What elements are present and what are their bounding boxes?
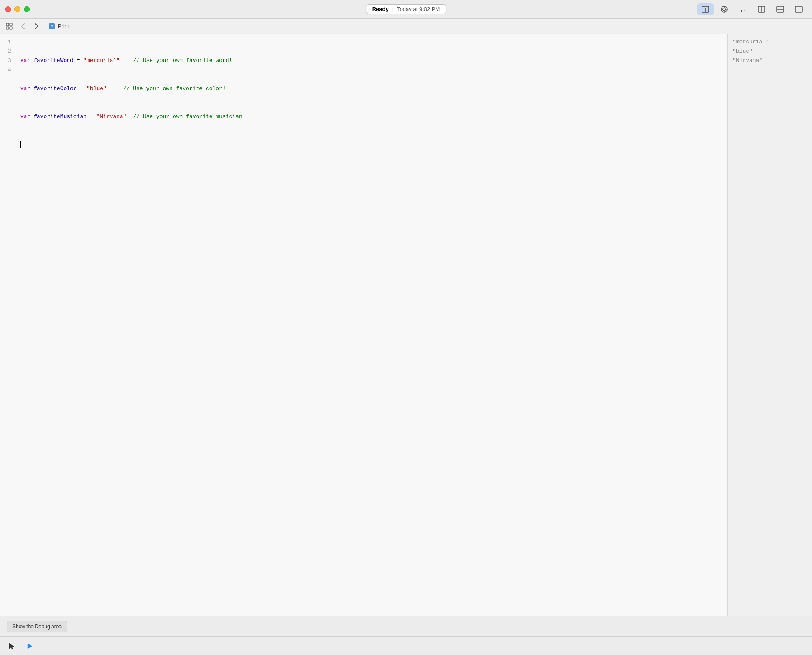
file-name-label: Print	[58, 23, 69, 29]
split-view-button-2[interactable]	[772, 3, 788, 15]
show-debug-area-button[interactable]: Show the Debug area	[7, 621, 67, 632]
op-2: =	[77, 85, 87, 92]
result-line-2: "blue"	[733, 47, 807, 56]
back-button[interactable]	[17, 21, 29, 31]
editor-layout-button[interactable]	[697, 3, 714, 15]
line-number-1: 1	[0, 37, 11, 47]
keyword-3: var	[20, 113, 30, 120]
keyword-1: var	[20, 57, 30, 64]
op-3: =	[87, 113, 96, 120]
single-view-button[interactable]	[791, 3, 807, 15]
single-view-icon	[795, 6, 803, 13]
svg-text:P: P	[51, 25, 53, 29]
varname-2: favoriteColor	[34, 85, 76, 92]
status-separator: |	[392, 6, 393, 12]
string-2: "blue"	[87, 85, 107, 92]
svg-rect-13	[795, 6, 802, 12]
run-button[interactable]	[23, 639, 37, 653]
editor-toolbar: P Print	[0, 19, 812, 34]
code-line-1: var favoriteWord = "mercurial" // Use yo…	[20, 56, 722, 65]
string-1: "mercurial"	[83, 57, 120, 64]
run-icon	[26, 643, 33, 649]
file-tab[interactable]: P Print	[44, 22, 73, 31]
result-line-1: "mercurial"	[733, 37, 807, 47]
svg-marker-20	[9, 643, 14, 649]
split-view-icon-1	[758, 6, 765, 13]
minimize-button[interactable]	[14, 6, 20, 12]
back-icon	[21, 23, 25, 29]
string-3: "Nirvana"	[96, 113, 126, 120]
svg-marker-21	[28, 644, 32, 649]
code-area[interactable]: 1 2 3 4 var favoriteWord = "mercurial" /…	[0, 34, 727, 616]
forward-button[interactable]	[31, 21, 42, 31]
svg-rect-14	[6, 23, 9, 26]
titlebar-center: Ready | Today at 9:02 PM	[366, 4, 447, 14]
close-button[interactable]	[5, 6, 11, 12]
editor-container: 1 2 3 4 var favoriteWord = "mercurial" /…	[0, 34, 812, 616]
return-icon	[739, 6, 747, 13]
return-button[interactable]	[735, 3, 751, 15]
grid-icon	[6, 23, 13, 30]
inspector-icon	[720, 6, 728, 13]
line-number-2: 2	[0, 47, 11, 56]
status-badge: Ready | Today at 9:02 PM	[366, 4, 447, 14]
result-line-3: "Nirvana"	[733, 56, 807, 65]
titlebar-right	[697, 3, 807, 15]
line-number-3: 3	[0, 56, 11, 65]
titlebar-left	[5, 6, 30, 12]
grid-toggle-button[interactable]	[3, 21, 15, 31]
traffic-lights	[5, 6, 30, 12]
line-numbers: 1 2 3 4	[0, 34, 15, 616]
text-cursor	[20, 141, 21, 148]
status-time-label: Today at 9:02 PM	[397, 6, 440, 12]
split-view-button-1[interactable]	[753, 3, 770, 15]
playground-file-icon: P	[48, 23, 55, 30]
file-icon: P	[48, 23, 55, 30]
editor-layout-icon	[702, 6, 709, 13]
op-1: =	[73, 57, 83, 64]
code-line-3: var favoriteMusician = "Nirvana" // Use …	[20, 112, 722, 121]
code-line-2: var favoriteColor = "blue" // Use your o…	[20, 84, 722, 93]
maximize-button[interactable]	[24, 6, 30, 12]
comment-1: // Use your own favorite word!	[120, 57, 232, 64]
comment-2: // Use your own favorite color!	[107, 85, 226, 92]
svg-rect-16	[6, 27, 9, 29]
code-line-4	[20, 140, 722, 150]
svg-point-4	[723, 8, 725, 11]
inspector-button[interactable]	[716, 3, 732, 15]
svg-rect-15	[10, 23, 12, 26]
varname-1: favoriteWord	[34, 57, 73, 64]
code-content[interactable]: var favoriteWord = "mercurial" // Use yo…	[15, 34, 727, 616]
action-bar	[0, 636, 812, 655]
bottom-bar: Show the Debug area	[0, 616, 812, 636]
forward-icon	[34, 23, 39, 29]
split-view-icon-2	[776, 6, 784, 13]
keyword-2: var	[20, 85, 30, 92]
varname-3: favoriteMusician	[34, 113, 87, 120]
comment-3: // Use your own favorite musician!	[126, 113, 246, 120]
cursor-tool-button[interactable]	[5, 639, 19, 653]
line-number-4: 4	[0, 65, 11, 75]
results-sidebar: "mercurial" "blue" "Nirvana"	[727, 34, 812, 616]
cursor-icon	[8, 642, 16, 650]
svg-rect-17	[10, 27, 12, 29]
titlebar: Ready | Today at 9:02 PM	[0, 0, 812, 19]
status-ready-label: Ready	[372, 6, 389, 12]
